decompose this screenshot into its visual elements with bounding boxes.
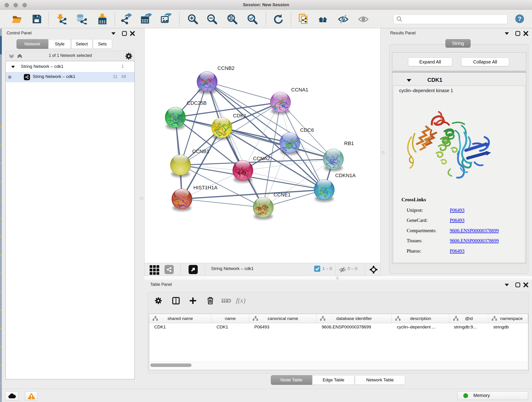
svg-text:CDK1: CDK1	[233, 113, 247, 119]
svg-text:CDC25B: CDC25B	[187, 100, 207, 106]
svg-text:CCNE1: CCNE1	[273, 192, 291, 198]
svg-text:HIST1H1A: HIST1H1A	[193, 185, 217, 191]
svg-text:CCNB1: CCNB1	[192, 148, 209, 154]
svg-text:CCNA1: CCNA1	[291, 87, 308, 93]
svg-text:CDKN1A: CDKN1A	[335, 172, 356, 178]
svg-text:RB1: RB1	[344, 140, 354, 146]
svg-text:CCNB2: CCNB2	[217, 65, 234, 71]
svg-text:CDC6: CDC6	[300, 127, 314, 133]
svg-text:CCNA2: CCNA2	[253, 156, 270, 161]
